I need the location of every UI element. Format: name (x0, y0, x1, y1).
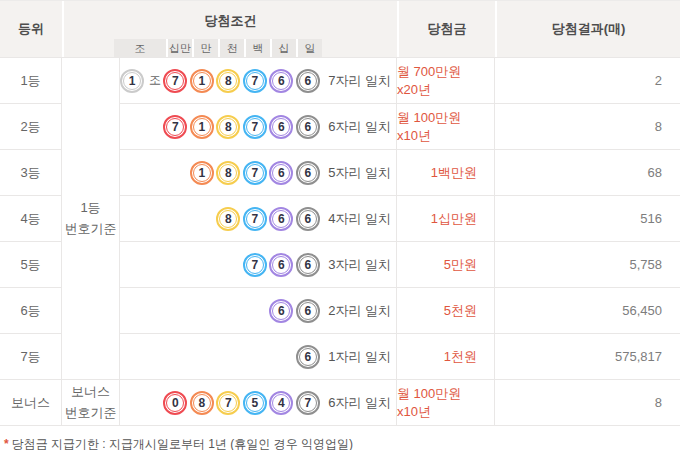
condition-column-header: 당첨조건 조 십만 만 천 백 십 일 (62, 1, 397, 57)
digit-position-cheon: 천 (218, 39, 244, 57)
ball-digit: 6 (304, 259, 311, 271)
digit-position-sibman: 십만 (166, 39, 192, 57)
lottery-ball: 1 (190, 161, 214, 185)
rank-cell-1: 1등 (0, 58, 61, 104)
prize-cell-6: 5천원 (397, 288, 494, 334)
basis-line1: 보너스 (71, 382, 110, 402)
lottery-ball: 7 (243, 69, 267, 93)
ball-digit: 5 (251, 397, 258, 409)
lottery-ball: 6 (269, 161, 293, 185)
lottery-ball: 6 (296, 253, 320, 277)
lottery-ball: 6 (269, 207, 293, 231)
ball-row: 7 1 8 7 6 6 (120, 115, 321, 139)
result-count-bonus: 8 (495, 380, 680, 426)
ball-row: 1 조 7 1 8 7 6 6 (120, 69, 321, 93)
rank-cell-bonus: 보너스 (0, 380, 61, 426)
condition-row-3: 1 8 7 6 6 5자리 일치 (120, 150, 396, 196)
lottery-ball: 7 (243, 115, 267, 139)
match-condition: 2자리 일치 (328, 302, 391, 320)
prize-cell-5: 5만원 (397, 242, 494, 288)
result-count-4: 516 (495, 196, 680, 242)
ball-digit: 7 (172, 75, 179, 87)
number-basis-column: 1등 번호기준 보너스 번호기준 (62, 58, 120, 426)
prize-cell-bonus: 월 100만원x10년 (397, 380, 494, 426)
ball-row: 8 7 6 6 (120, 207, 321, 231)
result-count-7: 575,817 (495, 334, 680, 380)
asterisk-mark: * (4, 437, 9, 450)
ball-digit: 7 (304, 397, 311, 409)
rank-column-header: 등위 (0, 1, 62, 57)
match-condition: 7자리 일치 (328, 72, 391, 90)
condition-row-4: 8 7 6 6 4자리 일치 (120, 196, 396, 242)
ball-digit: 6 (278, 167, 285, 179)
lottery-ball: 8 (190, 391, 214, 415)
lottery-ball: 6 (296, 345, 320, 369)
first-rank-basis-cell: 1등 번호기준 (62, 58, 119, 380)
footnote-text: 당첨금 지급기한 : 지급개시일로부터 1년 (휴일인 경우 익영업일) (12, 437, 353, 450)
prize-cell-7: 1천원 (397, 334, 494, 380)
lottery-ball: 8 (216, 115, 240, 139)
ball-digit: 8 (225, 121, 232, 133)
ball-digit: 7 (172, 121, 179, 133)
ball-digit: 1 (198, 75, 205, 87)
result-count-6: 56,450 (495, 288, 680, 334)
ball-digit: 6 (278, 259, 285, 271)
lottery-ball: 0 (163, 391, 187, 415)
result-column-header: 당첨결과(매) (495, 1, 680, 57)
rank-cell-4: 4등 (0, 196, 61, 242)
condition-row-7: 6 1자리 일치 (120, 334, 396, 380)
ball-digit: 1 (198, 167, 205, 179)
ball-digit: 0 (172, 397, 179, 409)
ball-digit: 4 (278, 397, 285, 409)
condition-header-label: 당첨조건 (205, 12, 257, 30)
prize-cell-1: 월 700만원x20년 (397, 58, 494, 104)
digit-position-man: 만 (192, 39, 218, 57)
ball-digit: 6 (278, 121, 285, 133)
lottery-ball: 8 (216, 161, 240, 185)
rank-column: 1등 2등 3등 4등 5등 6등 7등 보너스 (0, 58, 62, 426)
table-body: 1등 2등 3등 4등 5등 6등 7등 보너스 1등 번호기준 보너스 번호기… (0, 58, 680, 426)
condition-column: 1 조 7 1 8 7 6 6 7자리 일치 7 1 8 7 6 (120, 58, 397, 426)
lottery-ball: 6 (296, 115, 320, 139)
result-count-3: 68 (495, 150, 680, 196)
ball-digit: 6 (278, 305, 285, 317)
ball-digit: 1 (198, 121, 205, 133)
lottery-ball: 7 (243, 161, 267, 185)
rank-cell-5: 5등 (0, 242, 61, 288)
lottery-ball: 1 (190, 115, 214, 139)
lottery-ball: 6 (296, 161, 320, 185)
rank-cell-2: 2등 (0, 104, 61, 150)
lottery-ball: 6 (296, 207, 320, 231)
basis-line2: 번호기준 (65, 403, 117, 423)
ball-row: 7 6 6 (120, 253, 321, 277)
ball-digit: 7 (251, 121, 258, 133)
lottery-ball: 7 (216, 391, 240, 415)
condition-row-5: 7 6 6 3자리 일치 (120, 242, 396, 288)
lottery-ball: 6 (269, 69, 293, 93)
ball-digit: 6 (304, 351, 311, 363)
ball-row: 6 6 (120, 299, 321, 323)
match-condition: 6자리 일치 (328, 118, 391, 136)
ball-digit: 6 (304, 75, 311, 87)
lottery-ball: 8 (216, 69, 240, 93)
digit-position-il: 일 (296, 39, 322, 57)
prize-cell-2: 월 100만원x10년 (397, 104, 494, 150)
prize-rank-table: 등위 당첨조건 조 십만 만 천 백 십 일 당첨금 당첨결과(매) 1등 2등… (0, 0, 680, 426)
lottery-ball: 7 (163, 115, 187, 139)
result-column: 2 8 68 516 5,758 56,450 575,817 8 (495, 58, 680, 426)
rank-cell-6: 6등 (0, 288, 61, 334)
match-condition: 6자리 일치 (328, 394, 391, 412)
table-header: 등위 당첨조건 조 십만 만 천 백 십 일 당첨금 당첨결과(매) (0, 1, 680, 58)
jo-group-label: 조 (148, 72, 162, 89)
rank-cell-7: 7등 (0, 334, 61, 380)
condition-row-1: 1 조 7 1 8 7 6 6 7자리 일치 (120, 58, 396, 104)
prize-column-header: 당첨금 (397, 1, 495, 57)
ball-digit: 1 (129, 75, 136, 87)
match-condition: 4자리 일치 (328, 210, 391, 228)
payment-deadline-footnote: *당첨금 지급기한 : 지급개시일로부터 1년 (휴일인 경우 익영업일) (4, 436, 680, 450)
ball-digit: 6 (278, 75, 285, 87)
lottery-ball: 7 (163, 69, 187, 93)
lottery-ball: 7 (243, 207, 267, 231)
match-condition: 3자리 일치 (328, 256, 391, 274)
ball-digit: 8 (198, 397, 205, 409)
